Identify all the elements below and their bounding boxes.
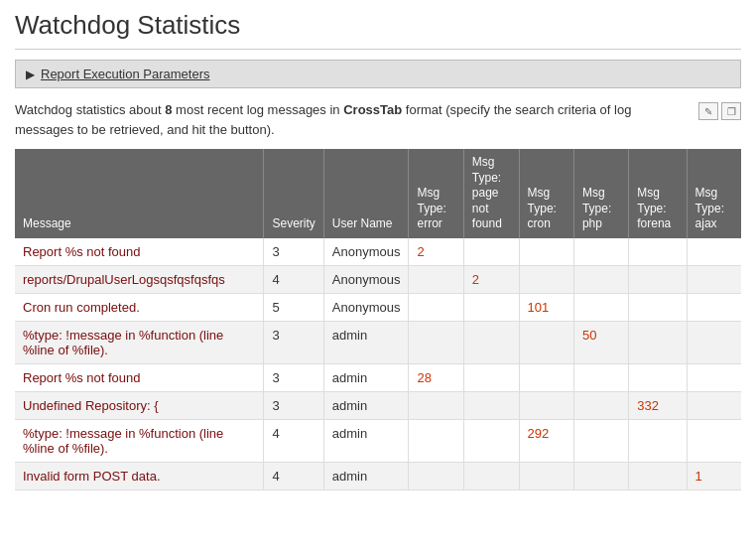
cell-username: admin — [323, 321, 409, 363]
cell-msg_cron — [519, 265, 573, 293]
col-msg-page-not-found: Msg Type:pagenotfound — [463, 149, 519, 238]
cell-msg_php — [573, 293, 628, 321]
col-msg-forena: Msg Type:forena — [629, 149, 687, 238]
cell-msg_page_not_found: 2 — [463, 265, 519, 293]
col-msg-error: Msg Type:error — [409, 149, 463, 238]
message-link[interactable]: reports/DrupalUserLogsqsfqsfqsfqs — [23, 272, 225, 287]
count-value: 332 — [637, 398, 659, 413]
cell-message: %type: !message in %function (line %line… — [15, 419, 264, 462]
cell-username: admin — [323, 419, 409, 462]
cell-severity: 3 — [264, 391, 323, 419]
cell-msg_forena — [629, 321, 687, 363]
desc-middle: most recent log messages in — [173, 102, 344, 117]
cell-msg_page_not_found — [463, 238, 519, 266]
cell-msg_error — [409, 321, 463, 363]
cell-msg_ajax: 1 — [687, 462, 741, 489]
desc-count: 8 — [165, 102, 172, 117]
cell-username: admin — [323, 391, 409, 419]
table-header-row: Message Severity User Name Msg Type:erro… — [15, 149, 741, 238]
table-row: Report %s not found3Anonymous2 — [15, 238, 741, 266]
cell-severity: 5 — [264, 293, 323, 321]
count-value: 50 — [582, 328, 596, 343]
cell-message: Undefined Repository: { — [15, 391, 264, 419]
cell-severity: 3 — [264, 363, 323, 391]
cell-msg_cron — [519, 391, 573, 419]
cell-msg_php — [573, 419, 628, 462]
col-msg-cron: Msg Type:cron — [519, 149, 573, 238]
cell-msg_php — [573, 238, 628, 266]
table-row: Report %s not found3admin28 — [15, 363, 741, 391]
message-link[interactable]: Cron run completed. — [23, 300, 140, 315]
col-message: Message — [15, 149, 264, 238]
col-severity: Severity — [264, 149, 323, 238]
expand-arrow-icon: ▶ — [26, 68, 35, 81]
cell-msg_ajax — [687, 293, 741, 321]
cell-msg_cron — [519, 321, 573, 363]
cell-msg_php: 50 — [573, 321, 628, 363]
col-msg-php: Msg Type:php — [573, 149, 628, 238]
count-value: 2 — [472, 272, 479, 287]
cell-msg_php — [573, 391, 628, 419]
cell-msg_error — [409, 391, 463, 419]
cell-msg_forena — [629, 462, 687, 489]
report-execution-link[interactable]: Report Execution Parameters — [41, 67, 210, 81]
cell-msg_error — [409, 265, 463, 293]
description-text: Watchdog statistics about 8 most recent … — [15, 100, 690, 139]
cell-msg_forena: 332 — [629, 391, 687, 419]
count-value: 1 — [695, 469, 702, 484]
cell-message: %type: !message in %function (line %line… — [15, 321, 264, 363]
cell-msg_error — [409, 419, 463, 462]
count-value: 101 — [528, 300, 550, 315]
cell-msg_forena — [629, 238, 687, 266]
cell-msg_php — [573, 363, 628, 391]
message-link[interactable]: %type: !message in %function (line %line… — [23, 426, 223, 456]
desc-prefix: Watchdog statistics about — [15, 102, 165, 117]
cell-username: Anonymous — [323, 238, 409, 266]
col-msg-ajax: Msg Type:ajax — [687, 149, 741, 238]
cell-msg_ajax — [687, 265, 741, 293]
cell-msg_error: 28 — [409, 363, 463, 391]
message-link[interactable]: Undefined Repository: { — [23, 398, 159, 413]
message-link[interactable]: Report %s not found — [23, 244, 141, 259]
message-link[interactable]: %type: !message in %function (line %line… — [23, 328, 223, 357]
cell-username: Anonymous — [323, 293, 409, 321]
copy-icon[interactable]: ❐ — [721, 102, 741, 120]
report-execution-bar[interactable]: ▶ Report Execution Parameters — [15, 60, 741, 88]
description-row: Watchdog statistics about 8 most recent … — [15, 100, 741, 139]
watchdog-table: Message Severity User Name Msg Type:erro… — [15, 149, 741, 490]
cell-message: reports/DrupalUserLogsqsfqsfqsfqs — [15, 265, 264, 293]
action-icons: ✎ ❐ — [698, 102, 741, 120]
cell-severity: 4 — [264, 462, 323, 489]
cell-msg_ajax — [687, 391, 741, 419]
cell-message: Report %s not found — [15, 238, 264, 266]
cell-message: Invalid form POST data. — [15, 462, 264, 489]
message-link[interactable]: Invalid form POST data. — [23, 469, 161, 484]
cell-message: Report %s not found — [15, 363, 264, 391]
cell-msg_cron — [519, 462, 573, 489]
page-title: Watchdog Statistics — [15, 10, 741, 50]
table-row: Invalid form POST data.4admin1 — [15, 462, 741, 489]
cell-msg_php — [573, 462, 628, 489]
cell-message: Cron run completed. — [15, 293, 264, 321]
cell-msg_php — [573, 265, 628, 293]
cell-username: admin — [323, 462, 409, 489]
cell-msg_cron: 101 — [519, 293, 573, 321]
message-link[interactable]: Report %s not found — [23, 370, 141, 385]
cell-severity: 3 — [264, 321, 323, 363]
cell-msg_page_not_found — [463, 293, 519, 321]
cell-msg_cron — [519, 238, 573, 266]
cell-msg_page_not_found — [463, 462, 519, 489]
cell-msg_page_not_found — [463, 363, 519, 391]
cell-severity: 3 — [264, 238, 323, 266]
table-row: %type: !message in %function (line %line… — [15, 419, 741, 462]
cell-msg_error — [409, 462, 463, 489]
cell-msg_forena — [629, 293, 687, 321]
table-row: Undefined Repository: {3admin332 — [15, 391, 741, 419]
cell-severity: 4 — [264, 419, 323, 462]
cell-msg_error — [409, 293, 463, 321]
desc-format: CrossTab — [343, 102, 402, 117]
table-row: Cron run completed.5Anonymous101 — [15, 293, 741, 321]
cell-msg_forena — [629, 419, 687, 462]
edit-icon[interactable]: ✎ — [698, 102, 718, 120]
cell-msg_ajax — [687, 321, 741, 363]
